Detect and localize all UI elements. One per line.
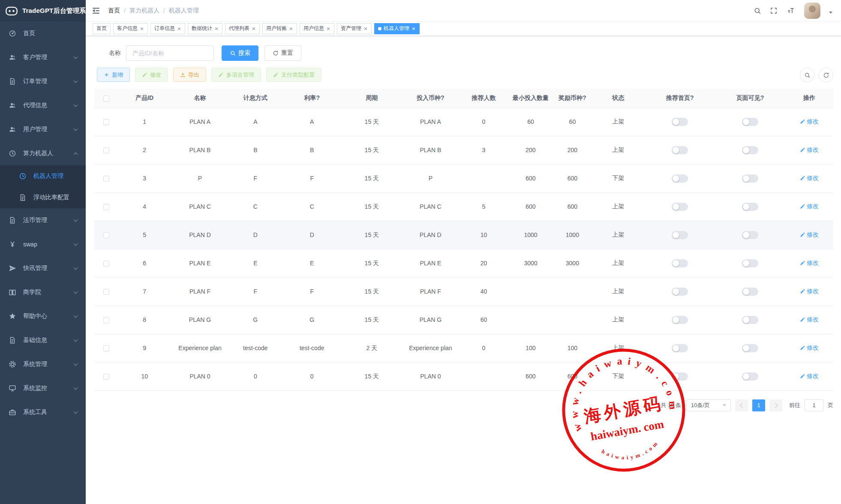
edit-row-button[interactable]: 修改 bbox=[800, 372, 819, 380]
edit-button[interactable]: 修改 bbox=[135, 68, 168, 82]
edit-row-button[interactable]: 修改 bbox=[800, 203, 819, 210]
close-icon[interactable] bbox=[214, 27, 219, 31]
tab-首页[interactable]: 首页 bbox=[93, 23, 111, 34]
row-checkbox[interactable] bbox=[103, 176, 109, 182]
export-button[interactable]: 导出 bbox=[173, 68, 206, 82]
sidebar-item-swap[interactable]: swap bbox=[0, 232, 86, 256]
close-icon[interactable] bbox=[140, 27, 144, 31]
sidebar-item-浮动比率配置[interactable]: 浮动比率配置 bbox=[0, 187, 86, 208]
fullscreen-icon[interactable] bbox=[770, 7, 778, 15]
edit-row-button[interactable]: 修改 bbox=[800, 118, 819, 126]
page-size-select[interactable]: 10条/页 bbox=[686, 399, 731, 411]
cell-select bbox=[94, 192, 118, 221]
page-visible-toggle[interactable] bbox=[742, 288, 758, 296]
show-search-button[interactable] bbox=[800, 68, 814, 82]
close-icon[interactable] bbox=[363, 27, 368, 31]
select-all-checkbox[interactable] bbox=[103, 96, 109, 102]
row-checkbox[interactable] bbox=[103, 289, 109, 295]
edit-row-button[interactable]: 修改 bbox=[800, 316, 819, 324]
page-number-button[interactable]: 1 bbox=[752, 399, 765, 411]
recommend-home-toggle[interactable] bbox=[672, 344, 688, 352]
sidebar-item-商学院[interactable]: 商学院 bbox=[0, 280, 86, 304]
reset-button[interactable]: 重置 bbox=[264, 45, 301, 61]
recommend-home-toggle[interactable] bbox=[672, 146, 688, 154]
sidebar-item-法币管理[interactable]: 法币管理 bbox=[0, 208, 86, 232]
recommend-home-toggle[interactable] bbox=[672, 288, 688, 296]
sidebar-item-订单管理[interactable]: 订单管理 bbox=[0, 69, 86, 93]
page-visible-toggle[interactable] bbox=[742, 174, 758, 183]
tab-资产管理[interactable]: 资产管理 bbox=[337, 23, 372, 34]
recommend-home-toggle[interactable] bbox=[672, 203, 688, 211]
goto-page-input[interactable] bbox=[805, 399, 823, 411]
prev-page-button[interactable] bbox=[735, 399, 748, 411]
search-field-label: 名称 bbox=[109, 49, 121, 57]
close-icon[interactable] bbox=[289, 27, 293, 31]
recommend-home-toggle[interactable] bbox=[672, 259, 688, 267]
sidebar-item-首页[interactable]: 首页 bbox=[0, 21, 86, 45]
breadcrumb-item[interactable]: 首页 bbox=[108, 7, 120, 15]
page-visible-toggle[interactable] bbox=[742, 372, 758, 381]
font-size-icon[interactable] bbox=[786, 7, 796, 15]
sidebar-item-帮助中心[interactable]: 帮助中心 bbox=[0, 304, 86, 328]
close-icon[interactable] bbox=[177, 27, 181, 31]
edit-row-button[interactable]: 修改 bbox=[800, 174, 819, 182]
tab-订单信息[interactable]: 订单信息 bbox=[150, 23, 185, 34]
row-checkbox[interactable] bbox=[103, 119, 109, 125]
tab-代理列表[interactable]: 代理列表 bbox=[225, 23, 260, 34]
tab-数据统计[interactable]: 数据统计 bbox=[188, 23, 222, 34]
page-visible-toggle[interactable] bbox=[742, 344, 758, 352]
tab-机器人管理[interactable]: 机器人管理 bbox=[374, 23, 420, 34]
close-icon[interactable] bbox=[411, 27, 416, 31]
page-visible-toggle[interactable] bbox=[742, 231, 758, 239]
row-checkbox[interactable] bbox=[103, 374, 109, 380]
hamburger-icon[interactable] bbox=[92, 6, 100, 15]
next-page-button[interactable] bbox=[769, 399, 782, 411]
multilang-button[interactable]: 多语言管理 bbox=[211, 68, 261, 82]
sidebar-item-系统监控[interactable]: 系统监控 bbox=[0, 376, 86, 400]
search-icon[interactable] bbox=[754, 7, 761, 15]
recommend-home-toggle[interactable] bbox=[672, 316, 688, 324]
edit-row-button[interactable]: 修改 bbox=[800, 259, 819, 267]
tab-客户信息[interactable]: 客户信息 bbox=[113, 23, 148, 34]
recommend-home-toggle[interactable] bbox=[672, 372, 688, 381]
page-visible-toggle[interactable] bbox=[742, 259, 758, 267]
paytype-button[interactable]: 支付类型配置 bbox=[266, 68, 321, 82]
search-input[interactable] bbox=[126, 45, 214, 61]
tab-用户转账[interactable]: 用户转账 bbox=[262, 23, 297, 34]
sidebar-item-算力机器人[interactable]: 算力机器人 bbox=[0, 141, 86, 165]
add-button[interactable]: 新增 bbox=[97, 68, 130, 82]
sidebar-item-客户管理[interactable]: 客户管理 bbox=[0, 45, 86, 69]
sidebar-item-用户管理[interactable]: 用户管理 bbox=[0, 117, 86, 141]
sidebar-item-快讯管理[interactable]: 快讯管理 bbox=[0, 256, 86, 280]
close-icon[interactable] bbox=[326, 27, 330, 31]
search-button[interactable]: 搜索 bbox=[222, 45, 258, 61]
page-visible-toggle[interactable] bbox=[742, 118, 758, 126]
edit-row-button[interactable]: 修改 bbox=[800, 146, 819, 154]
recommend-home-toggle[interactable] bbox=[672, 118, 688, 126]
sidebar-item-基础信息[interactable]: 基础信息 bbox=[0, 328, 86, 352]
sidebar-item-系统工具[interactable]: 系统工具 bbox=[0, 400, 86, 424]
page-visible-toggle[interactable] bbox=[742, 146, 758, 154]
sidebar-item-机器人管理[interactable]: 机器人管理 bbox=[0, 165, 86, 187]
tab-用户信息[interactable]: 用户信息 bbox=[300, 23, 334, 34]
edit-row-button[interactable]: 修改 bbox=[800, 288, 819, 295]
edit-row-button[interactable]: 修改 bbox=[800, 344, 819, 352]
caret-down-icon[interactable] bbox=[829, 12, 832, 14]
close-icon[interactable] bbox=[252, 27, 256, 31]
user-avatar[interactable] bbox=[804, 3, 820, 19]
recommend-home-toggle[interactable] bbox=[672, 174, 688, 183]
page-visible-toggle[interactable] bbox=[742, 316, 758, 324]
page-visible-toggle[interactable] bbox=[742, 203, 758, 211]
row-checkbox[interactable] bbox=[103, 204, 109, 210]
row-checkbox[interactable] bbox=[103, 345, 109, 351]
row-checkbox[interactable] bbox=[103, 232, 109, 238]
row-checkbox[interactable] bbox=[103, 261, 109, 267]
sidebar-item-系统管理[interactable]: 系统管理 bbox=[0, 352, 86, 376]
edit-row-button[interactable]: 修改 bbox=[800, 231, 819, 239]
row-checkbox[interactable] bbox=[103, 147, 109, 153]
sidebar-item-代理信息[interactable]: 代理信息 bbox=[0, 93, 86, 117]
recommend-home-toggle[interactable] bbox=[672, 231, 688, 239]
row-checkbox[interactable] bbox=[103, 317, 109, 323]
cell-invest-coin-text: PLAN E bbox=[420, 259, 441, 267]
refresh-button[interactable] bbox=[819, 68, 833, 82]
